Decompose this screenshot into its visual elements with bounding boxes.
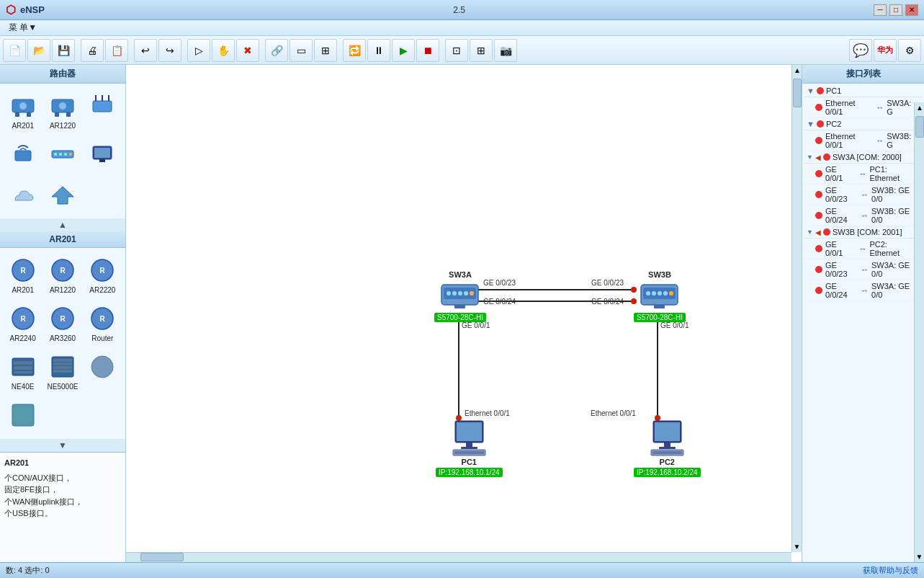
canvas-area[interactable]: GE 0/0/23 GE 0/0/23 GE 0/0/24 GE 0/0/24 …: [126, 65, 802, 562]
scroll-up-btn[interactable]: ▲: [792, 65, 802, 76]
device-extra-top[interactable]: [84, 88, 121, 133]
extra1-icon: [88, 352, 117, 381]
device-monitor-top[interactable]: [84, 136, 121, 174]
svg-rect-41: [53, 366, 72, 369]
svg-rect-37: [14, 371, 32, 373]
device-ar3260[interactable]: R AR3260: [44, 301, 81, 346]
svg-point-17: [69, 153, 72, 156]
device-cloud-top[interactable]: [4, 177, 41, 214]
sw3a-port-ge024[interactable]: GE 0/0/24 ↔ SW3B: GE 0/0: [804, 205, 923, 226]
device-ar2220[interactable]: R AR2220: [84, 252, 121, 298]
svg-rect-36: [14, 366, 32, 370]
sw3b-group-label: SW3B [COM: 2001]: [833, 228, 902, 236]
menu-item-main[interactable]: 菜 单▼: [3, 20, 42, 35]
port-group-sw3b[interactable]: ▼ ◀ SW3B [COM: 2001]: [804, 226, 923, 239]
sw3b-ge023-other: SW3A: GE 0/0: [871, 261, 918, 278]
device-switch-top[interactable]: [44, 136, 81, 174]
config-button[interactable]: ⊡: [445, 39, 468, 62]
status-count: 数: 4 选中: 0: [6, 565, 50, 576]
logo-icon: ⬡: [6, 3, 16, 17]
snapshot-button[interactable]: 📷: [494, 39, 517, 62]
node-pc1[interactable]: PC1 IP:192.168.10.1/24: [436, 418, 503, 477]
pc1-expand-icon: ▼: [807, 86, 815, 95]
device-ar201[interactable]: R AR201: [4, 252, 41, 298]
right-panel: 接口列表 ▼ PC1 Ethernet 0/0/1 ↔ SW3A: G ▼ PC…: [802, 65, 924, 562]
sw3a-ge001-arrow: ↔: [858, 169, 866, 178]
grid-button[interactable]: ⊞: [314, 39, 337, 62]
right-scroll-up[interactable]: ▲: [915, 102, 924, 113]
right-scroll-down[interactable]: ▼: [915, 553, 924, 561]
device-ne40e[interactable]: NE40E: [4, 349, 41, 394]
layout-button[interactable]: ⊞: [470, 39, 493, 62]
ar1220-top-icon: [48, 92, 77, 120]
svg-rect-75: [466, 443, 472, 447]
right-scrollbar-thumb[interactable]: [915, 116, 924, 138]
node-pc2[interactable]: PC2 IP:192.168.10.2/24: [634, 418, 701, 477]
sw3b-port-ge001[interactable]: GE 0/0/1 ↔ PC2: Ethernet: [804, 239, 923, 259]
save-button[interactable]: 💾: [52, 39, 75, 62]
svg-rect-78: [454, 451, 484, 454]
port-group-pc2[interactable]: ▼ PC2: [804, 118, 923, 130]
new-button[interactable]: 📄: [3, 39, 26, 62]
device-router[interactable]: R Router: [84, 301, 121, 346]
sw3a-port-ge001[interactable]: GE 0/0/1 ↔ PC1: Ethernet: [804, 164, 923, 184]
svg-point-43: [91, 356, 113, 378]
scrollbar-thumb[interactable]: [793, 79, 802, 107]
port-label-sw3b-ge23-top: GE 0/0/23: [591, 279, 624, 287]
square-button[interactable]: ▭: [290, 39, 313, 62]
svg-point-16: [64, 153, 67, 156]
sw3b-port-ge023[interactable]: GE 0/0/23 ↔ SW3A: GE 0/0: [804, 259, 923, 280]
status-help[interactable]: 获取帮助与反馈: [863, 565, 918, 576]
device-arrow-top[interactable]: [44, 177, 81, 214]
select-button[interactable]: ▷: [187, 39, 210, 62]
pc1-eth-label: Ethernet 0/0/1: [825, 99, 873, 116]
minimize-button[interactable]: ─: [874, 4, 887, 16]
start-button[interactable]: ▶: [392, 39, 415, 62]
svg-rect-7: [66, 112, 71, 117]
redo-button[interactable]: ↪: [158, 39, 181, 62]
v-scrollbar[interactable]: ▲ ▼: [791, 65, 802, 552]
port-group-pc1[interactable]: ▼ PC1: [804, 85, 923, 97]
open-button[interactable]: 📂: [27, 39, 50, 62]
chat-button[interactable]: 💬: [849, 39, 872, 62]
pc2-port-eth001[interactable]: Ethernet 0/0/1 ↔ SW3B: G: [804, 130, 923, 151]
device-ar201-top[interactable]: AR201: [4, 88, 41, 133]
pc1-port-eth001[interactable]: Ethernet 0/0/1 ↔ SW3A: G: [804, 97, 923, 118]
device-ar1220[interactable]: R AR1220: [44, 252, 81, 298]
stop-button[interactable]: ⏹: [416, 39, 439, 62]
scroll-down[interactable]: ▼: [0, 439, 125, 452]
loop-button[interactable]: 🔁: [343, 39, 366, 62]
scroll-down-btn[interactable]: ▼: [792, 543, 802, 551]
device-extra1[interactable]: [84, 349, 121, 394]
hand-button[interactable]: ✋: [212, 39, 235, 62]
port-group-sw3a[interactable]: ▼ ◀ SW3A [COM: 2000]: [804, 151, 923, 164]
device-wireless-top[interactable]: [4, 136, 41, 174]
ar3260-icon: R: [48, 304, 77, 333]
svg-point-71: [669, 291, 673, 295]
huawei-button[interactable]: 华为: [874, 39, 897, 62]
scroll-up[interactable]: ▲: [0, 218, 125, 231]
device-ar2240[interactable]: R AR2240: [4, 301, 41, 346]
device-extra2[interactable]: [4, 397, 41, 435]
pause-button[interactable]: ⏸: [367, 39, 390, 62]
delete-button[interactable]: ✖: [236, 39, 259, 62]
right-v-scrollbar[interactable]: ▲ ▼: [914, 102, 924, 562]
device-ar1220-top[interactable]: AR1220: [44, 88, 81, 133]
print-button[interactable]: 🖨: [81, 39, 104, 62]
h-scrollbar-thumb[interactable]: [140, 553, 184, 561]
sw3b-port-ge024[interactable]: GE 0/0/24 ↔ SW3A: GE 0/0: [804, 280, 923, 301]
svg-point-63: [470, 291, 474, 295]
svg-text:R: R: [100, 315, 106, 323]
node-sw3b[interactable]: SW3B S5700-28C-HI: [634, 270, 686, 322]
undo-button[interactable]: ↩: [134, 39, 157, 62]
node-sw3a[interactable]: SW3A S5700-28C-HI: [434, 270, 486, 322]
restore-button[interactable]: □: [889, 4, 902, 16]
h-scrollbar[interactable]: [126, 552, 791, 562]
close-button[interactable]: ✕: [905, 4, 918, 16]
port-label-sw3b-ge01: GE 0/0/1: [660, 321, 688, 329]
link-button[interactable]: 🔗: [265, 39, 288, 62]
sw3a-port-ge023[interactable]: GE 0/0/23 ↔ SW3B: GE 0/0: [804, 184, 923, 205]
device-ne5000e[interactable]: NE5000E: [44, 349, 81, 394]
settings-button[interactable]: ⚙: [898, 39, 921, 62]
copy-button[interactable]: 📋: [105, 39, 128, 62]
